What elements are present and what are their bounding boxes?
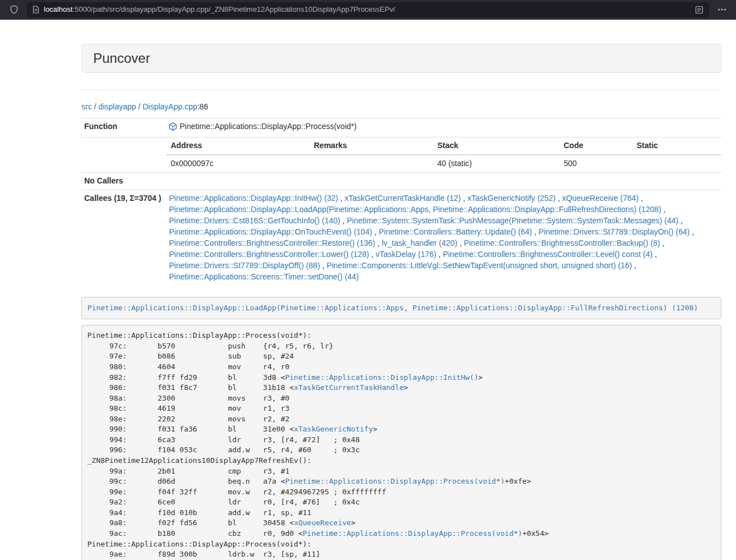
function-symbol-icon (169, 121, 177, 134)
callee-link[interactable]: Pinetime::Applications::DisplayApp::OnTo… (169, 227, 372, 236)
function-name: Pinetime::Applications::DisplayApp::Proc… (180, 121, 356, 132)
callee-separator: , (320, 261, 327, 270)
callee-separator: , (652, 250, 657, 259)
callee-link[interactable]: xTaskGenericNotify (252) (467, 194, 555, 203)
url-bar[interactable]: localhost:5000/path/src/displayapp/Displ… (27, 2, 709, 17)
callee-link[interactable]: Pinetime::Components::LittleVgl::SetNewT… (327, 261, 632, 270)
callee-link[interactable]: Pinetime::Applications::DisplayApp::Init… (169, 194, 338, 203)
callee-link[interactable]: xQueueReceive (764) (562, 194, 638, 203)
callee-separator: , (532, 227, 539, 236)
callee-separator: , (369, 250, 376, 259)
callee-separator: , (338, 194, 345, 203)
disassembly-symbol-link[interactable]: Pinetime::Applications::DisplayApp::Proc… (303, 529, 522, 538)
static-header: Static (632, 137, 721, 155)
disassembly-symbol-link[interactable]: Pinetime::Applications::DisplayApp::Proc… (285, 477, 505, 485)
url-host: localhost (44, 5, 72, 13)
callees-label: Callees (19, Σ=3704 ) (81, 190, 166, 286)
load-app-panel: Pinetime::Applications::DisplayApp::Load… (81, 297, 721, 319)
stack-cell: 40 (static) (433, 155, 559, 172)
callee-separator: , (678, 216, 683, 225)
breadcrumb-link[interactable]: DisplayApp.cpp (143, 102, 197, 111)
disassembly-symbol-link[interactable]: xQueueReceive (294, 518, 351, 527)
callee-link[interactable]: Pinetime::Controllers::BrightnessControl… (169, 238, 375, 247)
address-header: Address (166, 137, 309, 155)
callee-link[interactable]: Pinetime::Controllers::BrightnessControl… (169, 250, 369, 259)
page-title-panel: Puncover (81, 44, 721, 73)
disassembly-symbol-link[interactable]: Pinetime::Applications::DisplayApp::Init… (285, 373, 478, 382)
disassembly-symbol-link[interactable]: xTaskGetCurrentTaskHandle (294, 383, 404, 392)
callee-link[interactable]: Pinetime::Drivers::St7789::DisplayOff() … (169, 261, 320, 270)
callee-link[interactable]: Pinetime::Applications::DisplayApp::Load… (169, 205, 661, 214)
callee-link[interactable]: Pinetime::Applications::Screens::Timer::… (169, 272, 359, 281)
url-path: :5000/path/src/displayapp/DisplayApp.cpp… (72, 5, 395, 13)
breadcrumb-link[interactable]: src (81, 102, 92, 111)
callee-separator: , (458, 238, 464, 247)
page-title: Puncover (93, 51, 710, 66)
callee-separator: , (632, 261, 637, 270)
disassembly-symbol-link[interactable]: xTaskGenericNotify (294, 425, 373, 433)
callee-separator: , (638, 194, 643, 203)
breadcrumb: src / displayapp / DisplayApp.cpp:86 (81, 102, 721, 113)
static-cell (632, 155, 721, 172)
callee-link[interactable]: lv_task_handler (420) (382, 238, 458, 247)
metrics-value-row: 0x0000097c 40 (static) 500 (166, 155, 721, 172)
page-container: Puncover src / displayapp / DisplayApp.c… (81, 44, 721, 560)
breadcrumb-line-number: :86 (197, 102, 208, 111)
metrics-row: Address Remarks Stack Code Static 0x0000… (81, 137, 721, 173)
divider (81, 90, 721, 90)
function-table: Function Pinetime::Applications::Display… (81, 118, 721, 286)
code-cell: 500 (559, 155, 632, 172)
callee-link[interactable]: Pinetime::Controllers::BrightnessControl… (464, 238, 660, 247)
remarks-cell (309, 155, 433, 172)
callee-link[interactable]: Pinetime::Drivers::Cst816S::GetTouchInfo… (169, 216, 340, 225)
browser-toolbar: localhost:5000/path/src/displayapp/Displ… (0, 0, 736, 20)
callee-separator: , (372, 227, 379, 236)
function-row: Function Pinetime::Applications::Display… (81, 118, 721, 137)
callee-separator: , (690, 227, 694, 236)
code-header: Code (559, 137, 632, 155)
callee-link[interactable]: Pinetime::System::SystemTask::PushMessag… (347, 216, 679, 225)
metrics-header-row: Address Remarks Stack Code Static (166, 137, 721, 155)
tracking-shield-icon[interactable] (7, 2, 21, 17)
disassembly-pre: Pinetime::Applications::DisplayApp::Proc… (81, 325, 721, 560)
breadcrumb-separator: / (92, 102, 99, 111)
page-identity-icon[interactable] (33, 6, 39, 13)
callee-link[interactable]: Pinetime::Controllers::BrightnessControl… (443, 250, 652, 259)
callee-link[interactable]: Pinetime::Drivers::St7789::DisplayOn() (… (538, 227, 689, 236)
callee-separator: , (340, 216, 347, 225)
callee-separator: , (660, 238, 665, 247)
callee-separator: , (461, 194, 468, 203)
url-text: localhost:5000/path/src/displayapp/Displ… (44, 4, 691, 15)
reader-view-icon[interactable] (695, 6, 703, 14)
callee-link[interactable]: xTaskGetCurrentTaskHandle (12) (345, 194, 461, 203)
callees-row: Callees (19, Σ=3704 ) Pinetime::Applicat… (81, 190, 721, 286)
callee-separator: , (556, 194, 563, 203)
address-cell: 0x0000097c (166, 155, 309, 172)
browser-menu-icon[interactable] (715, 2, 729, 17)
breadcrumb-link[interactable]: displayapp (98, 102, 136, 111)
callees-cell: Pinetime::Applications::DisplayApp::Init… (166, 190, 721, 286)
callee-link[interactable]: Pinetime::Controllers::Battery::Update()… (379, 227, 532, 236)
callee-separator: , (436, 250, 443, 259)
callee-separator: , (375, 238, 382, 247)
function-label: Function (81, 118, 166, 137)
load-app-link[interactable]: Pinetime::Applications::DisplayApp::Load… (88, 304, 698, 312)
callee-link[interactable]: vTaskDelay (176) (376, 250, 436, 259)
stack-header: Stack (433, 137, 559, 155)
breadcrumb-separator: / (136, 102, 143, 111)
no-callers-label: No Callers (81, 173, 166, 190)
remarks-header: Remarks (309, 137, 433, 155)
callee-separator: , (661, 205, 666, 214)
no-callers-row: No Callers (81, 173, 721, 190)
metrics-table: Address Remarks Stack Code Static 0x0000… (166, 137, 721, 172)
